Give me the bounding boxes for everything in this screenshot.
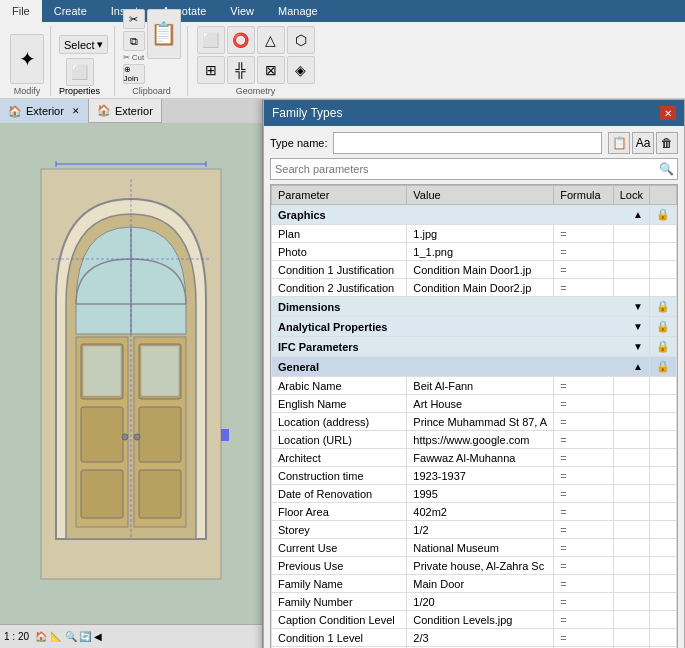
geometry-label: Geometry [236, 86, 276, 96]
section-general: General▲ 🔒 [272, 357, 677, 377]
drawing-bottom: 1 : 20 🏠 📐 🔍 🔄 ◀ [0, 624, 262, 648]
ribbon-tabs: File Create Insert Annotate View Manage [0, 0, 685, 22]
select-button[interactable]: Select ▾ [59, 35, 108, 54]
svg-point-13 [122, 434, 128, 440]
table-row: Condition 1 Justification Condition Main… [272, 261, 677, 279]
dialog-title-bar: Family Types ✕ [264, 100, 684, 126]
table-row: English Name Art House = [272, 395, 677, 413]
drawing-panel: 🏠 Exterior ✕ 🏠 Exterior [0, 99, 263, 648]
scale-label: 1 : 20 [4, 631, 29, 642]
copy-icon[interactable]: ⧉ [123, 31, 145, 51]
ifc-collapse-icon[interactable]: ▼ [633, 341, 643, 352]
section-analytical: Analytical Properties▼ 🔒 [272, 317, 677, 337]
geometry-icon-7[interactable]: ⊠ [257, 56, 285, 84]
geometry-icon-1[interactable]: ⬜ [197, 26, 225, 54]
svg-rect-6 [81, 407, 123, 462]
ribbon-group-select: Select ▾ ⬜ Properties [53, 26, 115, 96]
table-row: Storey 1/2 = [272, 521, 677, 539]
type-icon-copy[interactable]: 📋 [608, 132, 630, 154]
svg-rect-9 [139, 407, 181, 462]
chevron-down-icon: ▾ [97, 38, 103, 51]
analytical-lock-icon: 🔒 [649, 317, 676, 337]
tab-create[interactable]: Create [42, 0, 99, 22]
table-row: Construction time 1923-1937 = [272, 467, 677, 485]
dimensions-lock-icon: 🔒 [649, 297, 676, 317]
tab-file[interactable]: File [0, 0, 42, 22]
graphics-collapse-icon[interactable]: ▲ [633, 209, 643, 220]
geometry-icon-4[interactable]: ⬡ [287, 26, 315, 54]
table-row: Current Use National Museum = [272, 539, 677, 557]
drawing-tabs: 🏠 Exterior ✕ 🏠 Exterior [0, 99, 262, 123]
ribbon-group-geometry: ⬜ ⭕ △ ⬡ ⊞ ╬ ⊠ ◈ Geometry [190, 26, 322, 96]
dialog-body: Type name: 📋 Aa 🗑 🔍 [264, 126, 684, 648]
ribbon-group-modify: ✦ Modify [4, 26, 51, 96]
paste-icon[interactable]: 📋 [147, 9, 181, 59]
dimensions-collapse-icon[interactable]: ▼ [633, 301, 643, 312]
table-row: Condition 1 Level 2/3 = [272, 629, 677, 647]
ifc-lock-icon: 🔒 [649, 337, 676, 357]
dialog-title: Family Types [272, 106, 660, 120]
table-row: Location (address) Prince Muhammad St 87… [272, 413, 677, 431]
graphics-lock-icon: 🔒 [649, 205, 676, 225]
close-icon[interactable]: ✕ [72, 106, 80, 116]
table-row: Plan 1.jpg = [272, 225, 677, 243]
tab-manage[interactable]: Manage [266, 0, 330, 22]
analytical-collapse-icon[interactable]: ▼ [633, 321, 643, 332]
cut-icon[interactable]: ✂ [123, 9, 145, 29]
ribbon-group-clipboard: ✂ ⧉ ✂ Cut 📋 ⊕ Join Clipboard [117, 26, 188, 96]
modify-label: Modify [14, 86, 41, 96]
svg-rect-11 [83, 346, 121, 396]
svg-rect-17 [221, 429, 229, 441]
table-row: Date of Renovation 1995 = [272, 485, 677, 503]
svg-rect-7 [81, 470, 123, 518]
table-row: Arabic Name Beit Al-Fann = [272, 377, 677, 395]
family-types-dialog: Family Types ✕ Type name: 📋 Aa 🗑 [263, 99, 685, 648]
table-row: Architect Fawwaz Al-Muhanna = [272, 449, 677, 467]
modify-icon[interactable]: ✦ [10, 34, 44, 84]
geometry-icon-3[interactable]: △ [257, 26, 285, 54]
tab-view[interactable]: View [218, 0, 266, 22]
svg-rect-12 [141, 346, 179, 396]
table-row: Caption Condition Level Condition Levels… [272, 611, 677, 629]
table-row: Family Name Main Door = [272, 575, 677, 593]
type-name-label: Type name: [270, 137, 327, 149]
search-input[interactable] [270, 158, 678, 180]
geometry-icon-6[interactable]: ╬ [227, 56, 255, 84]
table-row: Previous Use Private house, Al-Zahra Sc … [272, 557, 677, 575]
section-ifc: IFC Parameters▼ 🔒 [272, 337, 677, 357]
door-drawing [31, 159, 231, 589]
home-icon-2: 🏠 [97, 104, 111, 117]
col-header-extra [649, 186, 676, 205]
type-icon-delete[interactable]: 🗑 [656, 132, 678, 154]
join-icon[interactable]: ⊕ Join [123, 64, 145, 84]
ribbon-content: ✦ Modify Select ▾ ⬜ Properties [0, 22, 685, 98]
properties-button[interactable]: ⬜ Properties [59, 58, 100, 96]
drawing-tab-exterior-2[interactable]: 🏠 Exterior [89, 99, 162, 123]
table-row: Photo 1_1.png = [272, 243, 677, 261]
geometry-icon-5[interactable]: ⊞ [197, 56, 225, 84]
type-icon-rename[interactable]: Aa [632, 132, 654, 154]
col-header-parameter: Parameter [272, 186, 407, 205]
params-table-wrapper[interactable]: Parameter Value Formula Lock Graphics▲ [270, 184, 678, 648]
geometry-icon-8[interactable]: ◈ [287, 56, 315, 84]
drawing-canvas[interactable] [0, 123, 262, 624]
type-name-icons: 📋 Aa 🗑 [608, 132, 678, 154]
type-name-input[interactable] [333, 132, 602, 154]
general-lock-icon: 🔒 [649, 357, 676, 377]
main-area: 🏠 Exterior ✕ 🏠 Exterior [0, 99, 685, 648]
dialog-close-button[interactable]: ✕ [660, 106, 676, 120]
drawing-tab-exterior-1[interactable]: 🏠 Exterior ✕ [0, 99, 89, 123]
table-row: Location (URL) https://www.google.com = [272, 431, 677, 449]
view-icons: 🏠 📐 🔍 🔄 ◀ [35, 631, 102, 642]
section-dimensions: Dimensions▼ 🔒 [272, 297, 677, 317]
svg-rect-10 [139, 470, 181, 518]
col-header-formula: Formula [554, 186, 614, 205]
app-window: File Create Insert Annotate View Manage … [0, 0, 685, 648]
properties-icon: ⬜ [66, 58, 94, 86]
search-row: 🔍 [270, 158, 678, 180]
params-table: Parameter Value Formula Lock Graphics▲ [271, 185, 677, 648]
geometry-icon-2[interactable]: ⭕ [227, 26, 255, 54]
svg-point-14 [134, 434, 140, 440]
table-row: Condition 2 Justification Condition Main… [272, 279, 677, 297]
general-collapse-icon[interactable]: ▲ [633, 361, 643, 372]
